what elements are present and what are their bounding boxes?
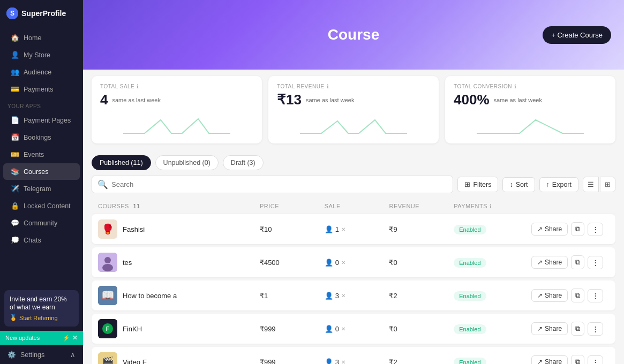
search-input[interactable] (111, 180, 447, 188)
sale-info-icon[interactable]: ℹ (137, 84, 139, 89)
sidebar-item-chats[interactable]: 💭 Chats (3, 232, 80, 248)
share-button[interactable]: ↗ Share (531, 355, 568, 364)
close-small-icon: ✕ (341, 226, 345, 232)
course-info: 🥊 Fashisi (98, 219, 260, 239)
course-revenue: ₹0 (389, 325, 454, 333)
table-row: tes ₹4500 👤 0 ✕ ₹0 Enabled ↗ Share ⧉ ⋮ (92, 247, 615, 277)
course-sale: 👤 0 ✕ (325, 325, 389, 333)
header-payments: PAYMENTS ℹ (454, 203, 531, 209)
sidebar-item-label: Events (24, 151, 44, 158)
header-courses: COURSES 11 (98, 203, 260, 209)
more-options-button[interactable]: ⋮ (588, 256, 603, 269)
stat-card-total-conversion: TOTAL CONVERSION ℹ 400% same as last wee… (445, 76, 615, 143)
search-box[interactable]: 🔍 (92, 176, 453, 193)
course-price: ₹4500 (260, 259, 325, 267)
sidebar-item-audience[interactable]: 👥 Audience (3, 64, 80, 80)
conversion-info-icon[interactable]: ℹ (514, 84, 517, 89)
list-view-button[interactable]: ☰ (583, 177, 599, 192)
sidebar-item-payment-pages[interactable]: 📄 Payment Pages (3, 112, 80, 128)
sort-button[interactable]: ↕ Sort (502, 177, 535, 192)
locked-content-icon: 🔒 (11, 202, 19, 210)
more-options-button[interactable]: ⋮ (588, 322, 603, 336)
course-info: F FinKH (98, 319, 260, 338)
sidebar-item-telegram[interactable]: ✈️ Telegram (3, 180, 80, 197)
export-button[interactable]: ↑ Export (539, 177, 578, 192)
person-icon: 👤 (325, 259, 333, 267)
stat-label-revenue: TOTAL REVENUE ℹ (277, 84, 430, 89)
tabs-row: Published (11) Unpublished (0) Draft (3) (83, 150, 624, 170)
share-icon: ↗ (537, 259, 543, 266)
share-button[interactable]: ↗ Share (531, 223, 568, 236)
more-options-button[interactable]: ⋮ (588, 223, 603, 236)
svg-text:F: F (106, 325, 110, 332)
tab-published[interactable]: Published (11) (92, 155, 151, 170)
sidebar-item-locked-content[interactable]: 🔒 Locked Content (3, 198, 80, 214)
course-actions: ↗ Share ⧉ ⋮ (531, 222, 609, 236)
create-course-button[interactable]: + Create Course (543, 26, 611, 44)
settings-icon: ⚙️ (7, 351, 16, 359)
toolbar-row: 🔍 ⊞ Filters ↕ Sort ↑ Export ☰ ⊞ (83, 170, 624, 199)
sidebar-item-label: Community (24, 219, 57, 227)
table-row: 📖 How to become a ₹1 👤 3 ✕ ₹2 Enabled ↗ … (92, 280, 615, 310)
sidebar-item-label: Payment Pages (24, 117, 71, 124)
bookings-icon: 📅 (11, 133, 19, 141)
course-name: FinKH (123, 325, 142, 333)
course-actions: ↗ Share ⧉ ⋮ (531, 355, 609, 364)
sidebar-item-payments[interactable]: 💳 Payments (3, 81, 80, 97)
copy-button[interactable]: ⧉ (571, 255, 584, 269)
more-options-button[interactable]: ⋮ (588, 289, 603, 302)
filters-button[interactable]: ⊞ Filters (457, 177, 498, 192)
sort-icon: ↕ (509, 181, 513, 188)
sidebar-item-events[interactable]: 🎫 Events (3, 146, 80, 163)
sidebar-item-label: Audience (24, 69, 51, 76)
share-icon: ↗ (537, 225, 543, 233)
stat-card-total-sale: TOTAL SALE ℹ 4 same as last week (92, 76, 262, 143)
svg-point-3 (104, 257, 111, 263)
stat-card-total-revenue: TOTAL REVENUE ℹ ₹13 same as last week (268, 76, 439, 143)
search-icon: 🔍 (97, 179, 108, 189)
tab-draft[interactable]: Draft (3) (223, 155, 264, 170)
conversion-chart (454, 109, 607, 136)
view-toggle: ☰ ⊞ (583, 177, 615, 192)
start-referring-link[interactable]: 🏅 Start Referring (10, 314, 73, 321)
sidebar-item-bookings[interactable]: 📅 Bookings (3, 129, 80, 146)
share-button[interactable]: ↗ Share (531, 256, 568, 269)
sidebar-item-courses[interactable]: 📚 Courses (3, 163, 80, 180)
app-logo[interactable]: S SuperProfile (0, 0, 83, 27)
community-icon: 💬 (11, 219, 19, 227)
copy-button[interactable]: ⧉ (571, 322, 584, 336)
new-updates-bar[interactable]: New updates ⚡ ✕ (0, 331, 83, 345)
sidebar-bottom: Invite and earn 20% of what we earn 🏅 St… (0, 286, 83, 364)
stat-value-sale: 4 same as last week (100, 92, 253, 108)
course-actions: ↗ Share ⧉ ⋮ (531, 289, 609, 302)
sidebar-item-community[interactable]: 💬 Community (3, 215, 80, 231)
sidebar-item-my-store[interactable]: 👤 My Store (3, 47, 80, 63)
filter-icon: ⊞ (464, 180, 470, 188)
svg-text:📖: 📖 (101, 289, 115, 301)
close-updates-button[interactable]: ✕ (72, 334, 78, 342)
settings-item[interactable]: ⚙️ Settings ∧ (0, 345, 83, 364)
copy-button[interactable]: ⧉ (571, 289, 584, 302)
sidebar-item-home[interactable]: 🏠 Home (3, 29, 80, 46)
person-icon: 👤 (325, 292, 333, 300)
your-apps-section: YOUR APPS (0, 98, 83, 111)
header-sale: SALE (325, 203, 389, 209)
revenue-info-icon[interactable]: ℹ (327, 84, 329, 89)
more-options-button[interactable]: ⋮ (588, 355, 603, 365)
copy-button[interactable]: ⧉ (571, 222, 584, 236)
grid-view-button[interactable]: ⊞ (600, 177, 615, 192)
share-button[interactable]: ↗ Share (531, 322, 568, 335)
copy-button[interactable]: ⧉ (571, 355, 584, 364)
sidebar-item-label: Locked Content (24, 202, 71, 210)
share-button[interactable]: ↗ Share (531, 289, 568, 302)
table-row: 🎬 Video E ₹999 👤 3 ✕ ₹2 Enabled ↗ Share … (92, 347, 615, 364)
stat-value-revenue: ₹13 same as last week (277, 92, 430, 108)
course-thumbnail: 🎬 (98, 352, 117, 364)
course-payment: Enabled (454, 357, 531, 365)
course-thumbnail: 📖 (98, 286, 117, 305)
courses-table: COURSES 11 PRICE SALE REVENUE PAYMENTS ℹ… (83, 199, 624, 364)
tab-unpublished[interactable]: Unpublished (0) (155, 155, 219, 170)
course-actions: ↗ Share ⧉ ⋮ (531, 322, 609, 336)
payments-info-icon[interactable]: ℹ (490, 203, 492, 209)
course-actions: ↗ Share ⧉ ⋮ (531, 255, 609, 269)
